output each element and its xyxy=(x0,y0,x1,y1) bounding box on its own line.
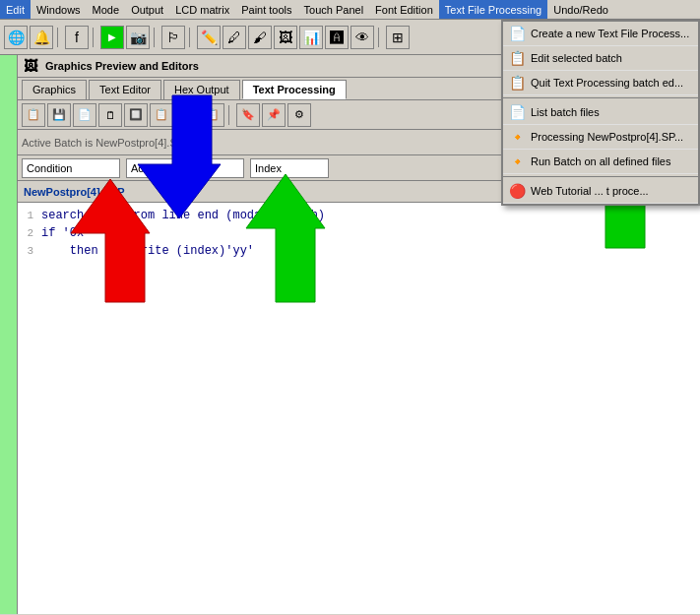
toolbar-icon-13[interactable]: 👁 xyxy=(350,26,374,49)
toolbar-icon-3[interactable]: f xyxy=(65,26,89,49)
edit-selected-icon: 📋 xyxy=(509,50,525,66)
toolbar-separator-1 xyxy=(57,28,61,47)
menubar-item-touch-panel[interactable]: Touch Panel xyxy=(298,0,370,19)
sec-toolbar-icon-2[interactable]: 💾 xyxy=(47,103,71,127)
dropdown-item-web-tutorial[interactable]: 🔴 Web Tutorial ... t proce... xyxy=(503,179,698,204)
quit-processing-label: Quit Text Processing batch ed... xyxy=(531,77,683,89)
sec-toolbar-sep xyxy=(228,105,232,125)
toolbar-icon-7[interactable]: ✏️ xyxy=(197,26,221,49)
sec-toolbar-icon-9[interactable]: 🔖 xyxy=(236,103,260,127)
code-text-1: search back from line end (modal switch) xyxy=(41,207,325,224)
toolbar-icon-6[interactable]: 🏳 xyxy=(161,26,185,49)
edit-selected-label: Edit selected batch xyxy=(531,52,622,64)
toolbar-icon-11[interactable]: 📊 xyxy=(299,26,323,49)
processing-icon: 🔸 xyxy=(509,129,525,145)
sec-toolbar-icon-10[interactable]: 📌 xyxy=(262,103,286,127)
line-number-1: 1 xyxy=(22,207,41,224)
toolbar-icon-10[interactable]: 🖼 xyxy=(274,26,297,49)
sec-toolbar-icon-4[interactable]: 🗒 xyxy=(98,103,122,127)
code-area: 1 search back from line end (modal switc… xyxy=(18,203,700,614)
toolbar-icon-4[interactable]: ▶ xyxy=(100,26,124,49)
sec-toolbar-icon-3[interactable]: 📄 xyxy=(73,103,96,127)
line-number-3: 3 xyxy=(22,242,41,260)
left-sidebar xyxy=(0,55,18,614)
processing-label: Processing NewPostpro[4].SP... xyxy=(531,131,683,143)
sec-toolbar-icon-1[interactable]: 📋 xyxy=(22,103,45,127)
toolbar-separator-4 xyxy=(189,28,193,47)
web-tutorial-label: Web Tutorial ... t proce... xyxy=(531,185,649,197)
toolbar-icon-14[interactable]: ⊞ xyxy=(386,26,410,49)
toolbar-icon-5[interactable]: 📷 xyxy=(126,26,150,49)
sec-toolbar-icon-8[interactable]: 📋 xyxy=(201,103,224,127)
tab-hex-output[interactable]: Hex Output xyxy=(163,80,240,99)
menubar-item-text-file-processing[interactable]: Text File Processing xyxy=(439,0,547,19)
list-batch-label: List batch files xyxy=(531,106,600,118)
dropdown-separator-1 xyxy=(503,97,698,98)
menubar: Edit Windows Mode Output LCD matrix Pain… xyxy=(0,0,700,20)
action-input[interactable] xyxy=(126,158,244,178)
sec-toolbar-icon-11[interactable]: ⚙ xyxy=(287,103,311,127)
index-input[interactable] xyxy=(250,158,329,178)
menubar-item-output[interactable]: Output xyxy=(125,0,169,19)
active-batch-label: Active Batch is NewPostpro[4].SPP xyxy=(22,137,191,149)
code-line-3: 3 then overwrite (index)'yy' xyxy=(22,242,696,260)
condition-input[interactable] xyxy=(22,158,120,178)
create-new-label: Create a new Text File Process... xyxy=(531,28,689,39)
menubar-item-font-edition[interactable]: Font Edition xyxy=(369,0,439,19)
run-batch-label: Run Batch on all defined files xyxy=(531,155,670,167)
toolbar-icon-9[interactable]: 🖌 xyxy=(248,26,272,49)
quit-processing-icon: 📋 xyxy=(509,75,525,91)
toolbar-icon-2[interactable]: 🔔 xyxy=(30,26,53,49)
menubar-item-edit[interactable]: Edit xyxy=(0,0,31,19)
dropdown-item-create-new[interactable]: 📄 Create a new Text File Process... xyxy=(503,22,698,46)
sec-toolbar-icon-7[interactable]: 📄 xyxy=(175,103,199,127)
toolbar-separator-5 xyxy=(378,28,382,47)
create-new-icon: 📄 xyxy=(509,26,525,41)
code-line-1: 1 search back from line end (modal switc… xyxy=(22,207,696,224)
menubar-item-mode[interactable]: Mode xyxy=(87,0,126,19)
toolbar-separator-3 xyxy=(154,28,158,47)
sec-toolbar-icon-6[interactable]: 📋 xyxy=(150,103,173,127)
run-batch-icon: 🔸 xyxy=(509,154,525,169)
panel-icon: 🖼 xyxy=(24,58,37,74)
toolbar-icon-1[interactable]: 🌐 xyxy=(4,26,28,49)
menubar-item-undo-redo[interactable]: Undo/Redo xyxy=(547,0,614,19)
code-text-3: then overwrite (index)'yy' xyxy=(41,242,254,260)
menubar-item-lcd-matrix[interactable]: LCD matrix xyxy=(169,0,235,19)
dropdown-item-run-batch[interactable]: 🔸 Run Batch on all defined files xyxy=(503,150,698,174)
sec-toolbar-icon-5[interactable]: 🔲 xyxy=(124,103,148,127)
code-line-2: 2 if '0x' xyxy=(22,224,696,242)
menubar-item-windows[interactable]: Windows xyxy=(31,0,87,19)
tab-text-processing[interactable]: Text Processing xyxy=(242,80,347,99)
toolbar-separator-2 xyxy=(93,28,96,47)
dropdown-item-quit-processing[interactable]: 📋 Quit Text Processing batch ed... xyxy=(503,71,698,95)
panel-title-text: Graphics Preview and Editors xyxy=(45,60,199,72)
toolbar-icon-8[interactable]: 🖊 xyxy=(223,26,246,49)
dropdown-separator-2 xyxy=(503,176,698,177)
dropdown-item-list-batch[interactable]: 📄 List batch files xyxy=(503,100,698,125)
toolbar-icon-12[interactable]: 🅰 xyxy=(325,26,349,49)
batch-name: NewPostpro[4].SPP xyxy=(24,186,125,198)
code-text-2: if '0x' xyxy=(41,224,91,242)
dropdown-menu: 📄 Create a new Text File Process... 📋 Ed… xyxy=(501,20,700,206)
list-batch-icon: 📄 xyxy=(509,104,525,120)
web-tutorial-icon: 🔴 xyxy=(509,183,525,199)
line-number-2: 2 xyxy=(22,224,41,242)
menubar-item-paint-tools[interactable]: Paint tools xyxy=(235,0,297,19)
dropdown-item-processing-newpostpro[interactable]: 🔸 Processing NewPostpro[4].SP... xyxy=(503,125,698,150)
tab-text-editor[interactable]: Text Editor xyxy=(89,80,161,99)
tab-graphics[interactable]: Graphics xyxy=(22,80,87,99)
dropdown-item-edit-selected[interactable]: 📋 Edit selected batch xyxy=(503,46,698,71)
